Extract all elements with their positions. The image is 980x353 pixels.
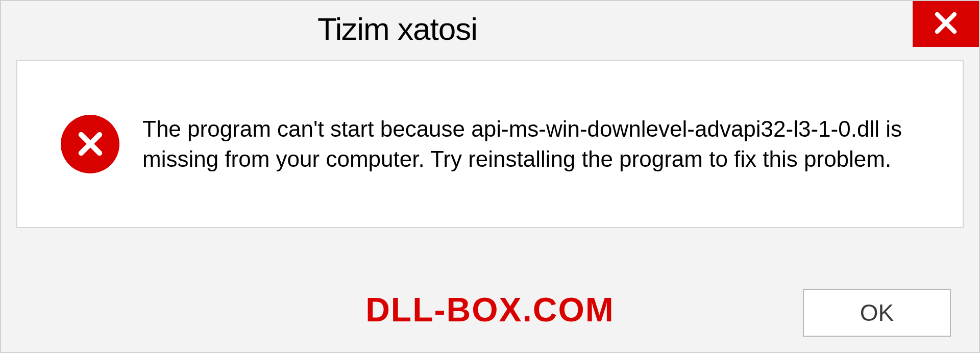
dialog-title: Tizim xatosi <box>317 11 477 47</box>
dialog-footer: DLL-BOX.COM OK <box>1 273 979 352</box>
error-dialog: Tizim xatosi The program can't start bec… <box>0 0 980 353</box>
ok-button[interactable]: OK <box>803 289 951 337</box>
error-icon <box>61 115 119 173</box>
close-icon <box>931 8 961 40</box>
content-panel: The program can't start because api-ms-w… <box>16 60 964 228</box>
error-message: The program can't start because api-ms-w… <box>142 114 937 174</box>
error-icon-container <box>61 115 119 173</box>
watermark-text: DLL-BOX.COM <box>365 290 615 329</box>
titlebar: Tizim xatosi <box>1 1 979 56</box>
close-button[interactable] <box>913 1 979 47</box>
